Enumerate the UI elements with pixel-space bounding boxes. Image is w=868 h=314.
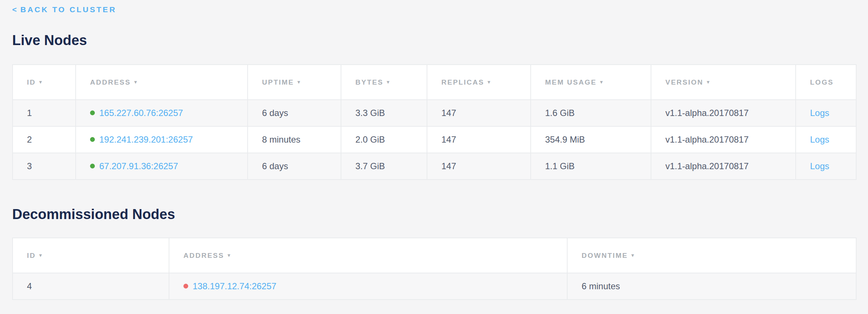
column-header-id[interactable]: ID▾ (13, 238, 169, 273)
column-header-address[interactable]: ADDRESS▾ (169, 238, 567, 273)
sort-arrow-icon: ▾ (227, 252, 231, 258)
healthy-dot-icon (90, 137, 95, 142)
node-address-cell: 138.197.12.74:26257 (169, 273, 567, 300)
column-header-label: LOGS (810, 78, 834, 86)
back-to-cluster-link[interactable]: <BACK TO CLUSTER (12, 5, 117, 14)
logs-link[interactable]: Logs (810, 134, 829, 144)
column-header-label: ID (27, 252, 36, 259)
node-address-link[interactable]: 165.227.60.76:26257 (99, 108, 183, 118)
node-id-cell: 1 (13, 100, 76, 126)
column-header-label: DOWNTIME (582, 252, 628, 259)
node-bytes-cell: 3.3 GiB (341, 100, 427, 126)
node-address-link[interactable]: 138.197.12.74:26257 (193, 281, 276, 291)
table-row: 1 165.227.60.76:26257 6 days 3.3 GiB 147… (13, 100, 856, 126)
decommissioned-nodes-title: Decommissioned Nodes (12, 206, 856, 223)
column-header-address[interactable]: ADDRESS▾ (76, 65, 248, 100)
sort-arrow-icon: ▾ (488, 79, 491, 85)
node-bytes-cell: 3.7 GiB (341, 153, 427, 180)
node-mem-usage-cell: 1.1 GiB (531, 153, 651, 180)
node-id-cell: 3 (13, 153, 76, 180)
logs-link[interactable]: Logs (810, 161, 829, 171)
live-nodes-table: ID▾ ADDRESS▾ UPTIME▾ BYTES▾ REPLICAS▾ ME… (12, 64, 857, 180)
column-header-version[interactable]: VERSION▾ (651, 65, 796, 100)
column-header-label: UPTIME (262, 78, 294, 86)
column-header-logs: LOGS (796, 65, 856, 100)
sort-arrow-icon: ▾ (387, 79, 390, 85)
table-row: 3 67.207.91.36:26257 6 days 3.7 GiB 147 … (13, 153, 856, 180)
node-replicas-cell: 147 (427, 100, 531, 126)
node-mem-usage-cell: 354.9 MiB (531, 126, 651, 153)
sort-arrow-icon: ▾ (707, 79, 710, 85)
sort-arrow-icon: ▾ (600, 79, 604, 85)
node-bytes-cell: 2.0 GiB (341, 126, 427, 153)
node-version-cell: v1.1-alpha.20170817 (651, 100, 796, 126)
healthy-dot-icon (90, 110, 95, 115)
column-header-uptime[interactable]: UPTIME▾ (248, 65, 341, 100)
column-header-label: VERSION (665, 78, 703, 86)
live-nodes-header-row: ID▾ ADDRESS▾ UPTIME▾ BYTES▾ REPLICAS▾ ME… (13, 65, 856, 100)
logs-link[interactable]: Logs (810, 108, 829, 118)
column-header-label: ADDRESS (90, 78, 131, 86)
node-logs-cell: Logs (796, 126, 856, 153)
sort-arrow-icon: ▾ (39, 252, 43, 258)
node-uptime-cell: 6 days (248, 100, 341, 126)
node-version-cell: v1.1-alpha.20170817 (651, 153, 796, 180)
column-header-replicas[interactable]: REPLICAS▾ (427, 65, 531, 100)
sort-arrow-icon: ▾ (39, 79, 43, 85)
node-logs-cell: Logs (796, 153, 856, 180)
column-header-mem-usage[interactable]: MEM USAGE▾ (531, 65, 651, 100)
node-address-link[interactable]: 67.207.91.36:26257 (99, 161, 178, 171)
column-header-label: REPLICAS (441, 78, 484, 86)
decommissioned-dot-icon (183, 284, 188, 289)
column-header-bytes[interactable]: BYTES▾ (341, 65, 427, 100)
node-address-cell: 67.207.91.36:26257 (76, 153, 248, 180)
node-version-cell: v1.1-alpha.20170817 (651, 126, 796, 153)
back-link-label: BACK TO CLUSTER (20, 5, 116, 14)
decommissioned-header-row: ID▾ ADDRESS▾ DOWNTIME▾ (13, 238, 856, 273)
node-downtime-cell: 6 minutes (567, 273, 856, 300)
column-header-label: ADDRESS (183, 252, 224, 259)
decommissioned-nodes-table: ID▾ ADDRESS▾ DOWNTIME▾ 4 138.197.12.74:2… (12, 238, 857, 300)
node-address-cell: 165.227.60.76:26257 (76, 100, 248, 126)
node-logs-cell: Logs (796, 100, 856, 126)
node-mem-usage-cell: 1.6 GiB (531, 100, 651, 126)
sort-arrow-icon: ▾ (631, 252, 635, 258)
back-chevron-icon: < (12, 5, 17, 14)
node-uptime-cell: 8 minutes (248, 126, 341, 153)
table-row: 4 138.197.12.74:26257 6 minutes (13, 273, 856, 300)
node-uptime-cell: 6 days (248, 153, 341, 180)
table-row: 2 192.241.239.201:26257 8 minutes 2.0 Gi… (13, 126, 856, 153)
nodes-page: <BACK TO CLUSTER Live Nodes ID▾ ADDRESS▾… (0, 0, 868, 300)
column-header-label: ID (27, 78, 36, 86)
node-id-cell: 4 (13, 273, 169, 300)
column-header-id[interactable]: ID▾ (13, 65, 76, 100)
healthy-dot-icon (90, 164, 95, 168)
sort-arrow-icon: ▾ (134, 79, 138, 85)
node-replicas-cell: 147 (427, 126, 531, 153)
column-header-downtime[interactable]: DOWNTIME▾ (567, 238, 856, 273)
live-nodes-title: Live Nodes (12, 32, 856, 49)
sort-arrow-icon: ▾ (297, 79, 301, 85)
column-header-label: MEM USAGE (545, 78, 597, 86)
node-address-cell: 192.241.239.201:26257 (76, 126, 248, 153)
node-address-link[interactable]: 192.241.239.201:26257 (99, 134, 193, 144)
node-id-cell: 2 (13, 126, 76, 153)
column-header-label: BYTES (355, 78, 383, 86)
node-replicas-cell: 147 (427, 153, 531, 180)
